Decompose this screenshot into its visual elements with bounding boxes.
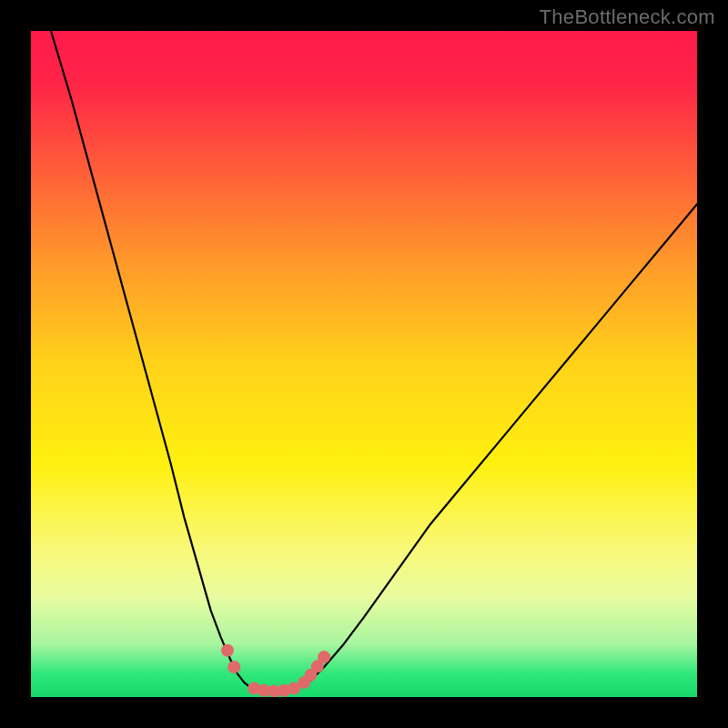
plot-area [31, 31, 697, 697]
chart-svg [31, 31, 697, 697]
gradient-background [31, 31, 697, 697]
chart-frame: TheBottleneck.com [0, 0, 728, 728]
watermark-label: TheBottleneck.com [540, 5, 715, 29]
highlight-dot [228, 661, 240, 673]
highlight-dot [221, 644, 234, 657]
highlight-dot [318, 651, 330, 663]
